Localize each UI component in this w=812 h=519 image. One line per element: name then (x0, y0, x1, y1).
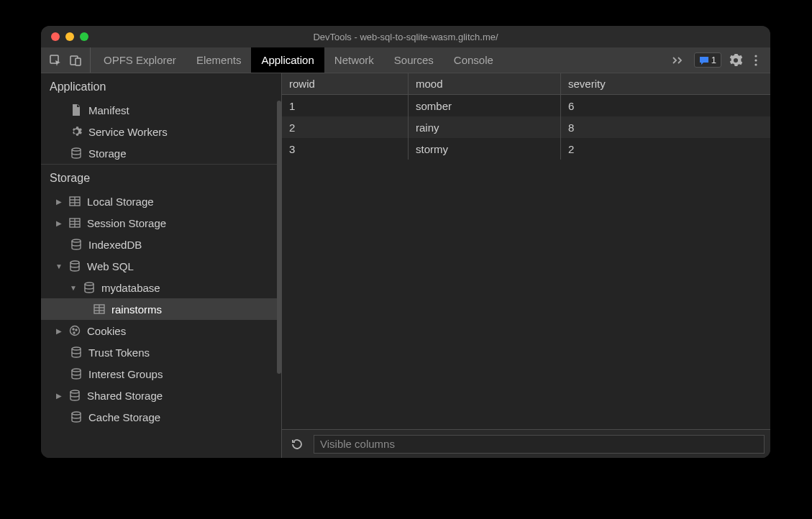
sidebar-item-interest-groups[interactable]: ▶ Interest Groups (41, 363, 281, 385)
section-header-application: Application (41, 73, 281, 99)
data-table: rowid mood severity 1 somber 6 2 rainy 8 (282, 73, 770, 429)
sidebar-item-shared-storage[interactable]: ▶ Shared Storage (41, 385, 281, 406)
table-icon (68, 195, 81, 208)
chevron-right-icon: ▶ (55, 198, 63, 206)
database-icon (70, 346, 83, 359)
svg-point-3 (754, 55, 757, 57)
sidebar-item-local-storage[interactable]: ▶ Local Storage (41, 190, 281, 212)
database-icon (83, 281, 96, 294)
maximize-window-button[interactable] (80, 32, 88, 41)
chevron-down-icon: ▼ (70, 284, 77, 292)
tab-opfs-explorer[interactable]: OPFS Explorer (93, 47, 186, 73)
sidebar-item-label: Shared Storage (87, 390, 163, 402)
svg-point-28 (70, 390, 79, 393)
tab-elements[interactable]: Elements (186, 47, 252, 73)
database-icon (70, 367, 83, 380)
sidebar-item-label: Service Workers (88, 126, 168, 138)
sidebar-item-cookies[interactable]: ▶ Cookies (41, 320, 281, 341)
toolbar: OPFS Explorer Elements Application Netwo… (41, 47, 770, 73)
table-icon (93, 303, 106, 316)
scrollbar[interactable] (277, 101, 281, 374)
cell-mood: stormy (409, 138, 561, 160)
tab-application[interactable]: Application (251, 47, 324, 73)
cell-severity: 2 (561, 138, 770, 160)
cell-severity: 6 (561, 95, 770, 116)
sidebar-item-session-storage[interactable]: ▶ Session Storage (41, 212, 281, 234)
document-icon (70, 104, 83, 116)
visible-columns-input[interactable] (314, 435, 765, 454)
table-body: 1 somber 6 2 rainy 8 3 stormy 2 (282, 95, 770, 429)
table-row[interactable]: 2 rainy 8 (282, 116, 770, 138)
refresh-button[interactable] (288, 435, 306, 454)
sidebar-item-indexeddb[interactable]: ▶ IndexedDB (41, 234, 281, 255)
column-header-rowid[interactable]: rowid (282, 73, 409, 94)
table-row[interactable]: 1 somber 6 (282, 95, 770, 116)
settings-icon[interactable] (726, 47, 746, 73)
svg-rect-2 (76, 58, 81, 65)
tab-console[interactable]: Console (444, 47, 503, 73)
chevron-down-icon: ▼ (55, 262, 63, 270)
cookie-icon (68, 324, 81, 337)
svg-point-16 (70, 261, 79, 264)
toolbar-right: 1 (665, 47, 770, 73)
sidebar-item-label: Interest Groups (88, 368, 163, 380)
svg-point-27 (72, 369, 81, 372)
svg-point-22 (70, 326, 80, 336)
svg-point-5 (754, 63, 757, 65)
table-panel: rowid mood severity 1 somber 6 2 rainy 8 (282, 73, 770, 458)
sidebar-item-label: Trust Tokens (88, 346, 150, 359)
panel-tabs: OPFS Explorer Elements Application Netwo… (93, 47, 503, 73)
sidebar-item-mydatabase[interactable]: ▼ mydatabase (41, 277, 281, 298)
kebab-menu-icon[interactable] (746, 47, 766, 73)
inspect-element-icon[interactable] (45, 47, 65, 73)
svg-point-15 (72, 239, 81, 242)
close-window-button[interactable] (51, 32, 60, 41)
sidebar-item-storage[interactable]: ▶ Storage (41, 142, 281, 164)
table-header-row: rowid mood severity (282, 73, 770, 95)
chevron-right-icon: ▶ (55, 219, 63, 227)
database-icon (68, 389, 81, 402)
device-toggle-icon[interactable] (65, 47, 86, 73)
database-icon (70, 410, 83, 423)
database-icon (70, 238, 83, 251)
sidebar-item-cache-storage[interactable]: ▶ Cache Storage (41, 406, 281, 428)
sidebar-item-manifest[interactable]: ▶ Manifest (41, 99, 281, 121)
table-footer (282, 429, 770, 458)
issues-badge[interactable]: 1 (694, 52, 721, 68)
cell-rowid: 3 (282, 138, 409, 160)
svg-point-23 (73, 329, 74, 330)
database-icon (68, 260, 81, 272)
minimize-window-button[interactable] (65, 32, 74, 41)
column-header-severity[interactable]: severity (561, 73, 770, 94)
window-title: DevTools - web-sql-to-sqlite-wasm.glitch… (41, 32, 770, 42)
window-controls (41, 32, 88, 41)
tab-sources[interactable]: Sources (384, 47, 444, 73)
sidebar-item-label: rainstorms (111, 303, 162, 316)
column-header-mood[interactable]: mood (409, 73, 561, 94)
sidebar-item-label: IndexedDB (88, 239, 142, 251)
table-row[interactable]: 3 stormy 2 (282, 138, 770, 160)
svg-point-24 (76, 329, 77, 331)
sidebar-item-label: Local Storage (87, 196, 154, 208)
sidebar-item-label: Session Storage (87, 217, 166, 229)
chevron-right-icon: ▶ (55, 327, 63, 335)
svg-point-25 (73, 332, 75, 334)
sidebar-item-web-sql[interactable]: ▼ Web SQL (41, 255, 281, 277)
sidebar-item-trust-tokens[interactable]: ▶ Trust Tokens (41, 341, 281, 363)
sidebar-item-label: mydatabase (101, 282, 160, 294)
message-icon (699, 55, 709, 65)
sidebar-item-label: Cookies (87, 325, 126, 337)
svg-point-6 (72, 148, 81, 151)
svg-point-29 (72, 412, 81, 415)
sidebar-item-service-workers[interactable]: ▶ Service Workers (41, 121, 281, 142)
section-header-storage: Storage (41, 164, 281, 190)
sidebar-item-label: Web SQL (87, 260, 134, 272)
cell-severity: 8 (561, 116, 770, 138)
table-icon (68, 216, 81, 229)
more-tabs-button[interactable] (665, 47, 690, 73)
svg-point-17 (85, 283, 93, 285)
sidebar-item-label: Storage (88, 147, 127, 160)
toolbar-left (41, 47, 91, 73)
tab-network[interactable]: Network (324, 47, 384, 73)
sidebar-item-rainstorms[interactable]: rainstorms (41, 298, 281, 320)
